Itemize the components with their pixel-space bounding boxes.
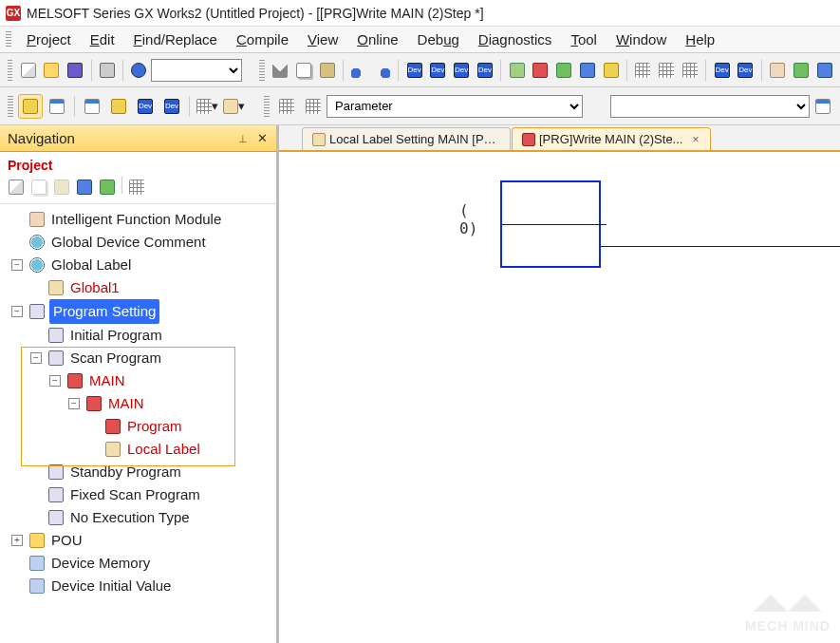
param3-button[interactable] [553, 58, 575, 83]
view6-button[interactable] [159, 94, 184, 119]
paste-button[interactable] [316, 58, 338, 83]
comment-button[interactable]: ▾ [221, 94, 246, 119]
dev1-button[interactable] [403, 58, 425, 83]
ladder1-button[interactable] [274, 94, 299, 119]
nav-refresh-button[interactable] [97, 177, 118, 198]
tree-label: Fixed Scan Program [68, 483, 202, 506]
view1-button[interactable] [18, 94, 43, 119]
extra3-button[interactable] [813, 58, 835, 83]
menu-edit[interactable]: Edit [81, 29, 124, 49]
tree-item[interactable]: −Program Setting [2, 299, 272, 324]
help-button[interactable] [128, 58, 150, 83]
zoom3-button[interactable] [680, 58, 701, 83]
menu-project[interactable]: Project [17, 29, 81, 49]
tree-icon [28, 234, 46, 251]
refresh-icon [100, 180, 115, 195]
menu-window[interactable]: Window [607, 29, 676, 49]
pin-icon[interactable]: ⟂ [236, 132, 250, 145]
nav-paste-button[interactable] [51, 177, 72, 198]
tree-item[interactable]: −Scan Program [2, 347, 272, 369]
ladder-icon [306, 99, 321, 114]
close-icon[interactable]: ✕ [255, 132, 269, 145]
dev2-button[interactable] [427, 58, 449, 83]
menu-compile[interactable]: Compile [227, 29, 298, 49]
menu-grip[interactable] [6, 31, 11, 48]
expand-icon[interactable]: + [11, 535, 23, 546]
new-button[interactable] [17, 58, 39, 83]
tree-item[interactable]: −Global Label [2, 254, 272, 276]
ladder2-button[interactable] [301, 94, 326, 119]
collapse-icon[interactable]: − [30, 352, 42, 364]
dev5-button[interactable] [711, 58, 733, 83]
nav-prop-button[interactable] [74, 177, 95, 198]
tree-item[interactable]: −MAIN [2, 392, 272, 415]
menu-debug[interactable]: Debug [408, 29, 469, 49]
param2-button[interactable] [530, 58, 551, 83]
nav-copy-button[interactable] [28, 177, 49, 198]
nav-sort-button[interactable] [126, 177, 147, 198]
tab-close-icon[interactable]: × [690, 133, 700, 146]
extra2-button[interactable] [790, 58, 812, 83]
dev-icon [430, 63, 445, 78]
tree-item[interactable]: +POU [2, 529, 272, 552]
menu-online[interactable]: Online [347, 29, 407, 49]
collapse-icon[interactable]: − [11, 259, 23, 271]
menu-diagnostics[interactable]: Diagnostics [469, 29, 562, 49]
menu-help[interactable]: Help [676, 29, 724, 49]
tree-item[interactable]: Local Label [2, 438, 272, 461]
tree-item[interactable]: Fixed Scan Program [2, 483, 272, 506]
editor-tab[interactable]: Local Label Setting MAIN [PR... [302, 127, 511, 150]
save-button[interactable] [65, 58, 86, 83]
undo-button[interactable] [348, 58, 370, 83]
collapse-icon[interactable]: − [68, 398, 80, 409]
tree-item[interactable]: No Execution Type [2, 506, 272, 529]
nav-new-button[interactable] [6, 177, 27, 198]
view4-button[interactable] [106, 94, 131, 119]
tree-item[interactable]: Program [2, 415, 272, 438]
redo-button[interactable] [372, 58, 394, 83]
tree-item[interactable]: Device Initial Value [2, 575, 272, 597]
param4-button[interactable] [577, 58, 599, 83]
toolbar-grip[interactable] [264, 96, 270, 117]
view3-button[interactable] [80, 94, 104, 119]
go-button[interactable] [811, 94, 835, 119]
tree-item[interactable]: Device Memory [2, 552, 272, 575]
param1-button[interactable] [506, 58, 528, 83]
tree-item[interactable]: Intelligent Function Module [2, 208, 272, 231]
zoom2-button[interactable] [656, 58, 678, 83]
tree-item[interactable]: −MAIN [2, 369, 272, 392]
menu-tool[interactable]: Tool [561, 29, 607, 49]
copy-button[interactable] [292, 58, 314, 83]
tree-label: Global Device Comment [49, 231, 208, 254]
menu-findreplace[interactable]: Find/Replace [124, 29, 227, 49]
tree-item[interactable]: Standby Program [2, 461, 272, 483]
ladder-cursor[interactable] [500, 180, 601, 268]
dev3-button[interactable] [451, 58, 473, 83]
view2-button[interactable] [45, 94, 69, 119]
toolbar-grip[interactable] [259, 60, 264, 81]
toolbar-grip[interactable] [8, 96, 13, 117]
toolbar-grip[interactable] [8, 60, 12, 81]
project-tree[interactable]: Intelligent Function ModuleGlobal Device… [0, 204, 276, 643]
cut-button[interactable] [270, 58, 291, 83]
parameter-combo[interactable]: Parameter [327, 95, 583, 118]
view5-button[interactable] [133, 94, 158, 119]
print-button[interactable] [96, 58, 118, 83]
param5-button[interactable] [600, 58, 622, 83]
watch-button[interactable]: ▾ [195, 94, 219, 119]
right-combo[interactable] [610, 95, 810, 118]
menu-view[interactable]: View [298, 29, 347, 49]
tree-item[interactable]: Global1 [2, 276, 272, 299]
help-topic-combo[interactable] [151, 59, 243, 82]
collapse-icon[interactable]: − [11, 306, 23, 317]
open-button[interactable] [41, 58, 63, 83]
extra1-button[interactable] [767, 58, 789, 83]
tree-item[interactable]: Initial Program [2, 324, 272, 347]
zoom1-button[interactable] [632, 58, 654, 83]
tree-item[interactable]: Global Device Comment [2, 231, 272, 254]
collapse-icon[interactable]: − [49, 375, 61, 387]
ladder-editor[interactable]: ( 0) MECH MIND [279, 152, 840, 643]
dev6-button[interactable] [735, 58, 756, 83]
dev4-button[interactable] [475, 58, 496, 83]
editor-tab[interactable]: [PRG]Write MAIN (2)Ste...× [512, 127, 711, 150]
